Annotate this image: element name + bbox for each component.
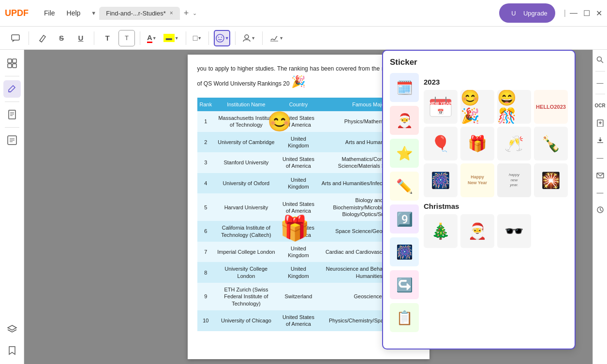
menu-help[interactable]: Help	[67, 9, 81, 17]
right-search-icon[interactable]	[594, 54, 607, 66]
maximize-button[interactable]: ☐	[583, 9, 590, 18]
document-area[interactable]: you to apply to higher studies. The rank…	[24, 50, 592, 364]
sticker-panel-title: Sticker	[390, 58, 568, 67]
comment-tool[interactable]	[7, 30, 24, 46]
text-tool[interactable]: T	[99, 30, 116, 46]
sticker-left-thumbs: 🗓️ 🎅 ⭐ ✏️ 9️⃣ 🎆 ↪️ 📋	[390, 73, 419, 332]
sticker-happy-new-year-script[interactable]: happynewyear.	[497, 163, 531, 197]
svg-rect-11	[13, 64, 16, 68]
sticker-hello-2023[interactable]: HELLO2023	[534, 90, 568, 124]
sticker-thumb-firework[interactable]: 🎆	[390, 237, 419, 266]
sidebar-divider-2	[5, 102, 19, 102]
svg-rect-9	[13, 59, 16, 63]
sticker-thumb-arrow[interactable]: ↪️	[390, 270, 419, 299]
app-logo: UPDF	[5, 8, 29, 18]
textbox-tool[interactable]: T	[118, 30, 135, 46]
sticker-smile-hat[interactable]: 😊🎉	[460, 90, 494, 124]
toolbar: S U T T A ▼ ▬ ▼ □ ▼ ▼ ▼ ▼	[0, 27, 607, 50]
sticker-thumb-calendar[interactable]: 🗓️	[390, 73, 419, 102]
tab-label: Find-and-...r-Studies*	[106, 10, 166, 17]
tab-list-arrow[interactable]: ⌄	[192, 10, 197, 16]
sidebar-edit[interactable]	[3, 131, 21, 149]
col-country: Country	[278, 98, 319, 111]
sticker-thumb-stars[interactable]: ⭐	[390, 139, 419, 168]
sticker-happy-new-year-text[interactable]: HappyNew Year	[460, 163, 494, 197]
section-title-christmas: Christmas	[424, 202, 568, 210]
divider-1	[29, 31, 29, 45]
right-divider-4: —	[594, 186, 607, 199]
sticker-grid-2023: NEW YEAR 📅 😊🎉 😄🎊 HELLO2023 �	[424, 90, 568, 197]
sticker-thumb-hat[interactable]: 🎅	[390, 106, 419, 135]
svg-line-38	[600, 210, 602, 211]
upgrade-label: Upgrade	[523, 10, 548, 17]
new-tab-button[interactable]: +	[184, 8, 189, 18]
svg-point-6	[245, 35, 249, 39]
sidebar-bookmark[interactable]	[3, 342, 21, 359]
user-avatar: U	[507, 6, 520, 20]
sticker-wine[interactable]: 🥂	[497, 127, 531, 160]
sticker-thumb-nine[interactable]: 9️⃣	[390, 204, 419, 233]
sidebar-divider-1	[5, 76, 19, 76]
sticker-sparkles[interactable]: 🎇	[534, 163, 568, 197]
left-sidebar	[0, 50, 24, 364]
menu-file[interactable]: File	[44, 9, 55, 17]
right-nav-up[interactable]: —	[594, 76, 607, 89]
divider-3	[140, 31, 140, 45]
right-ocr-icon[interactable]: OCR	[594, 99, 607, 112]
upgrade-button[interactable]: U Upgrade	[499, 3, 555, 23]
col-institution: Institution Name	[214, 98, 278, 111]
sticker-thumb-note[interactable]: 📋	[390, 303, 419, 332]
sticker-champagne[interactable]: 🍾	[534, 127, 568, 160]
divider-4	[186, 31, 186, 45]
sticker-panel-layout: 🗓️ 🎅 ⭐ ✏️ 9️⃣ 🎆 ↪️ 📋 2023	[390, 73, 568, 332]
divider-7	[262, 31, 263, 45]
shape-tool[interactable]: □ ▼	[191, 33, 204, 44]
svg-point-3	[216, 34, 224, 42]
active-tab[interactable]: Find-and-...r-Studies* ×	[99, 7, 180, 20]
svg-point-5	[221, 37, 222, 38]
sticker-tool[interactable]: ▼	[214, 30, 230, 46]
right-divider-3: —	[594, 151, 607, 164]
right-save[interactable]	[594, 204, 607, 216]
tab-close-button[interactable]: ×	[170, 10, 173, 16]
sticker-thumb-pencil[interactable]: ✏️	[390, 172, 419, 201]
sticker-panel: Sticker 🗓️ 🎅 ⭐ ✏️ 9️⃣ 🎆 ↪️ 📋 2023	[382, 50, 576, 349]
right-add-file[interactable]	[594, 116, 607, 129]
minimize-button[interactable]: —	[570, 9, 577, 17]
close-button[interactable]: ✕	[596, 9, 602, 18]
svg-point-29	[597, 57, 601, 61]
sidebar-pages[interactable]	[3, 106, 21, 123]
sticker-christmas-2[interactable]: 🎅	[460, 214, 494, 248]
right-email[interactable]	[594, 169, 607, 181]
col-rank: Rank	[197, 98, 215, 111]
svg-line-2	[40, 41, 42, 42]
tab-dropdown-arrow[interactable]: ▼	[91, 10, 96, 16]
sticker-christmas-1[interactable]: 🎄	[424, 214, 458, 248]
right-divider-2	[595, 94, 605, 94]
section-title-2023: 2023	[424, 78, 568, 86]
sticker-gift[interactable]: 🎁	[460, 127, 494, 160]
font-color-tool[interactable]: A ▼	[145, 32, 159, 44]
highlight-tool[interactable]	[34, 30, 50, 46]
sticker-new-year-calendar[interactable]: NEW YEAR 📅	[424, 90, 458, 124]
right-sidebar: — OCR — —	[592, 50, 607, 364]
svg-text:NEW YEAR: NEW YEAR	[429, 101, 453, 106]
sidebar-pen[interactable]	[3, 80, 21, 98]
person-tool[interactable]: ▼	[240, 33, 257, 44]
sidebar-layers[interactable]	[3, 320, 21, 338]
placed-gift-sticker: 🎁	[280, 214, 310, 242]
sticker-wink-hat[interactable]: 😄🎊	[497, 90, 531, 124]
svg-point-4	[218, 37, 219, 38]
sticker-grid-christmas: 🎄 🎅 🕶️	[424, 214, 568, 248]
sticker-fireworks[interactable]: 🎆	[424, 163, 458, 197]
underline-tool[interactable]: U	[73, 30, 89, 46]
strikethrough-tool[interactable]: S	[53, 30, 70, 46]
svg-rect-10	[8, 64, 12, 68]
sticker-balloon[interactable]: 🎈	[424, 127, 458, 160]
sticker-christmas-3[interactable]: 🕶️	[497, 214, 531, 248]
highlight-color-tool[interactable]: ▬ ▼	[162, 33, 181, 43]
sidebar-thumbnails[interactable]	[3, 55, 21, 72]
right-export[interactable]	[594, 134, 607, 146]
svg-marker-21	[8, 325, 16, 330]
signature-tool[interactable]: ▼	[267, 32, 285, 44]
